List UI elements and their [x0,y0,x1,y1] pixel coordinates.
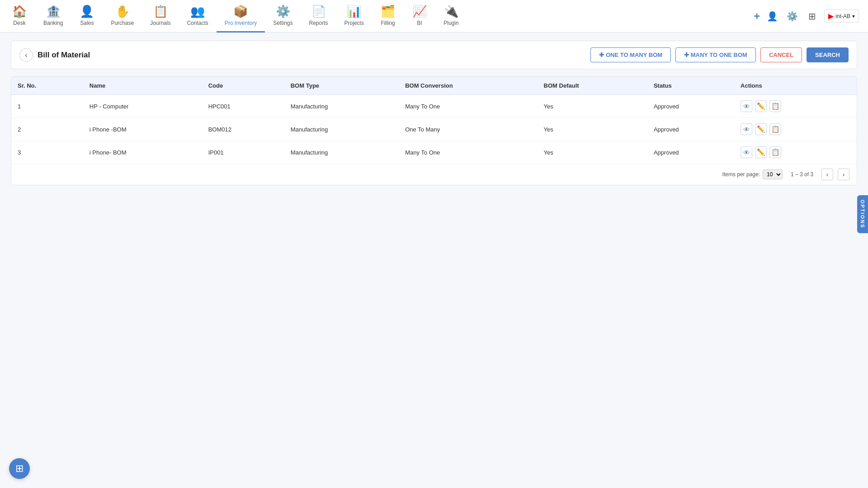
cell-bom-type: Manufacturing [284,95,399,118]
nav-item-settings[interactable]: ⚙️ Settings [265,0,301,33]
reports-icon: 📄 [311,5,326,19]
settings-icon[interactable]: ⚙️ [784,9,800,24]
nav-item-desk[interactable]: 🏠 Desk [4,0,35,33]
cell-code: BOM012 [202,118,284,141]
col-sr.-no.: Sr. No. [11,77,83,95]
user-icon[interactable]: 👤 [764,9,780,24]
nav-item-banking[interactable]: 🏦 Banking [35,0,71,33]
actions-group: 👁 ✏️ 📋 [741,146,850,158]
contacts-label: Contacts [187,20,208,26]
cell-bom-conversion: Many To One [399,95,537,118]
col-name: Name [83,77,202,95]
nav-item-reports[interactable]: 📄 Reports [301,0,336,33]
table-row: 1HP - ComputerHPC001ManufacturingMany To… [11,95,857,118]
desk-label: Desk [13,20,25,26]
nav-item-purchase[interactable]: ✋ Purchase [103,0,142,33]
settings-icon: ⚙️ [276,5,290,19]
projects-label: Projects [344,20,364,26]
search-button[interactable]: SEARCH [807,47,849,62]
actions-group: 👁 ✏️ 📋 [741,100,850,112]
youtube-icon: ▶ [828,12,834,20]
nav-item-plugin[interactable]: 🔌 Plugin [435,0,467,33]
copy-button-3[interactable]: 📋 [769,146,781,158]
cell-sr.-no.: 3 [11,141,83,164]
cell-name: i Phone -BOM [83,118,202,141]
projects-icon: 📊 [347,5,361,19]
filling-label: Filling [381,20,395,26]
cell-bom-conversion: One To Many [399,118,537,141]
view-button-1[interactable]: 👁 [741,100,752,112]
back-button[interactable]: ‹ [19,48,33,62]
table-body: 1HP - ComputerHPC001ManufacturingMany To… [11,95,857,164]
purchase-icon: ✋ [115,5,130,19]
plugin-label: Plugin [443,20,458,26]
nav-item-bi[interactable]: 📈 BI [404,0,435,33]
actions-cell: 👁 ✏️ 📋 [734,141,857,164]
actions-group: 👁 ✏️ 📋 [741,123,850,135]
pro-inventory-label: Pro Inventory [225,20,257,26]
nav-items-list: 🏠 Desk 🏦 Banking 👤 Sales ✋ Purchase 📋 Jo… [4,0,754,33]
desk-icon: 🏠 [12,5,27,19]
view-button-2[interactable]: 👁 [741,123,752,135]
user-label: int-AB [835,13,850,19]
nav-item-pro-inventory[interactable]: 📦 Pro Inventory [217,0,265,33]
edit-button-3[interactable]: ✏️ [755,146,767,158]
bi-label: BI [417,20,422,26]
items-per-page-select[interactable]: 10 25 50 [763,169,783,179]
col-bom-default: BOM Default [538,77,647,95]
table-header: Sr. No.NameCodeBOM TypeBOM ConversionBOM… [11,77,857,95]
page-header: ‹ Bill of Material ✚ ONE TO MANY BOM ✚ M… [11,41,857,69]
bom-table: Sr. No.NameCodeBOM TypeBOM ConversionBOM… [11,77,857,164]
many-to-one-bom-button[interactable]: ✚ MANY TO ONE BOM [675,47,756,62]
add-button[interactable]: + [754,10,760,23]
cell-bom-conversion: Many To One [399,141,537,164]
purchase-label: Purchase [111,20,134,26]
view-button-3[interactable]: 👁 [741,146,752,158]
cell-bom-type: Manufacturing [284,118,399,141]
copy-button-1[interactable]: 📋 [769,100,781,112]
cell-sr.-no.: 1 [11,95,83,118]
nav-item-projects[interactable]: 📊 Projects [336,0,372,33]
edit-button-1[interactable]: ✏️ [755,100,767,112]
settings-label: Settings [273,20,292,26]
filling-icon: 🗂️ [381,5,395,19]
cancel-button[interactable]: CANCEL [760,47,802,62]
cell-status: Approved [647,95,734,118]
page-info: 1 – 3 of 3 [791,171,813,178]
cell-bom-default: Yes [538,118,647,141]
contacts-icon: 👥 [190,5,205,19]
page-title: Bill of Material [38,51,90,60]
topnav-right: + 👤 ⚙️ ⊞ ▶ int-AB ▾ [754,9,864,24]
dropdown-arrow-icon: ▾ [852,13,855,19]
nav-item-sales[interactable]: 👤 Sales [71,0,103,33]
prev-page-button[interactable]: ‹ [821,169,833,180]
next-page-button[interactable]: › [838,169,849,180]
actions-cell: 👁 ✏️ 📋 [734,118,857,141]
cell-sr.-no.: 2 [11,118,83,141]
page-header-right: ✚ ONE TO MANY BOM ✚ MANY TO ONE BOM CANC… [590,47,849,62]
edit-button-2[interactable]: ✏️ [755,123,767,135]
cell-status: Approved [647,118,734,141]
nav-item-contacts[interactable]: 👥 Contacts [179,0,216,33]
plugin-icon: 🔌 [444,5,458,19]
bom-table-container: Sr. No.NameCodeBOM TypeBOM ConversionBOM… [11,76,857,185]
bi-icon: 📈 [412,5,427,19]
cell-bom-default: Yes [538,141,647,164]
one-to-many-bom-button[interactable]: ✚ ONE TO MANY BOM [590,47,671,62]
journals-label: Journals [150,20,170,26]
apps-icon[interactable]: ⊞ [804,9,820,24]
nav-item-filling[interactable]: 🗂️ Filling [372,0,404,33]
items-per-page-label: Items per page: [722,171,760,178]
page-header-left: ‹ Bill of Material [19,48,90,62]
youtube-badge[interactable]: ▶ int-AB ▾ [824,9,859,23]
col-bom-conversion: BOM Conversion [399,77,537,95]
pro-inventory-icon: 📦 [233,5,248,19]
table-row: 3i Phone- BOMIP001ManufacturingMany To O… [11,141,857,164]
cell-bom-default: Yes [538,95,647,118]
nav-item-journals[interactable]: 📋 Journals [142,0,179,33]
sales-icon: 👤 [80,5,94,19]
copy-button-2[interactable]: 📋 [769,123,781,135]
cell-code: IP001 [202,141,284,164]
cell-name: HP - Computer [83,95,202,118]
top-navigation: 🏠 Desk 🏦 Banking 👤 Sales ✋ Purchase 📋 Jo… [0,0,868,33]
